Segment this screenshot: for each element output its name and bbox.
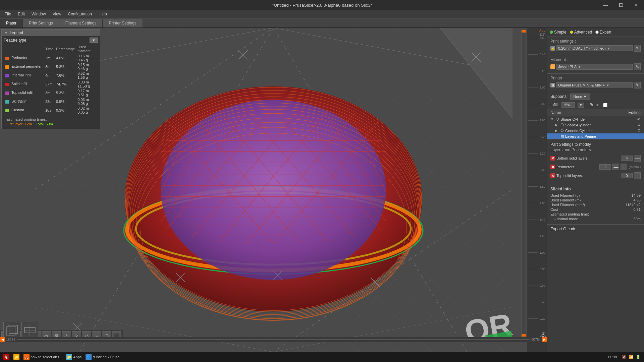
ruler-tick: 2.00 [527,168,547,172]
filament-settings-section: Filament : Jessie PLA ▼ ✎ [547,55,644,74]
tree-col-name: Name [550,110,561,115]
layer-tree: Name Editing ▼ ⬡ Shape-Cylinder 👁 ▶ ⬡ Sh… [547,109,644,139]
param-x-bottom[interactable]: ✕ [550,156,555,161]
legend-collapse[interactable]: ▼ [4,31,8,35]
param-minus-top[interactable]: — [634,172,641,179]
param-x-perim[interactable]: ✕ [550,165,555,169]
brim-checkbox[interactable] [603,103,607,107]
param-minus-perim[interactable]: — [612,164,619,170]
scroll-left[interactable]: ◀ [0,337,5,342]
tree-item-generic-cylinder[interactable]: ▶ ⬡ Generic-Cylinder ⚙ [547,128,644,133]
tree-icon-shape2: ⬡ [560,123,564,127]
param-value-perim[interactable] [599,164,611,170]
scroll-right[interactable]: ▶ [542,337,547,342]
menu-edit[interactable]: Edit [14,11,28,17]
param-value-top[interactable] [621,173,633,178]
legend-row-filament: 0.03 m 0.08 g [76,97,98,106]
printer-row: 🖨 Original Prusa MINI & MINI+ ▼ ✎ [550,82,641,88]
legend-row-time: 3m [44,62,55,71]
close-button[interactable]: ✕ [629,0,644,10]
supports-dropdown[interactable]: None ▼ [570,94,590,100]
tab-plater[interactable]: Plater [0,19,23,27]
print-dropdown-arrow: ▼ [607,47,610,50]
tree-item-shape-cylinder[interactable]: ▼ ⬡ Shape-Cylinder 👁 [547,116,644,122]
mode-advanced[interactable]: Advanced [570,30,592,35]
tab-print-settings[interactable]: Print Settings [23,19,59,27]
eye-icon[interactable]: 👁 [637,117,641,121]
sliced-filament-mm3-label: Used Filament (mm³) [550,203,585,207]
titlebar-controls: — ⧠ ✕ [598,0,644,10]
menu-view[interactable]: View [49,11,65,17]
printer-icon: 🖨 [550,83,555,87]
filament-dropdown[interactable]: Jessie PLA ▼ [556,64,633,70]
tab-filament-settings[interactable]: Filament Settings [59,19,103,27]
legend-filter-dropdown[interactable]: ▼ [90,38,98,43]
legend-row-filament: 0.17 m 0.51 g [76,88,98,97]
supports-value: None [573,95,582,99]
printer-dropdown[interactable]: Original Prusa MINI & MINI+ ▼ [556,82,633,88]
maximize-button[interactable]: ⧠ [613,0,629,10]
legend-row: Top solid infill 3m 5.3% 0.17 m 0.51 g [4,88,98,97]
mode-simple-label: Simple [554,30,567,35]
param-plus-perim[interactable]: + [621,164,627,170]
param-value-bottom[interactable] [621,156,633,161]
legend-color-swatch [5,82,9,86]
tree-expand-icon2: ▶ [555,123,559,127]
apps-label: Apps [73,355,82,359]
mode-expert[interactable]: Expert [595,30,611,35]
wifi-icon: 📶 [629,355,634,359]
legend-color-swatch [5,74,9,78]
gear-icon[interactable]: ⚙ [637,123,641,127]
export-gcode-button[interactable]: Export G-code [547,224,644,233]
taskbar-start[interactable]: 🐧 [1,352,11,362]
legend-row-label: Internal infill [11,73,31,77]
printer-edit[interactable]: ✎ [634,82,641,88]
sliced-title: Sliced Info [550,187,641,191]
filament-dropdown-arrow: ▼ [578,65,581,69]
scroll-track[interactable] [17,339,530,340]
ruler-tick: 1.20 [527,234,547,238]
ruler-tick: 0.40 [527,300,547,304]
view-cube-2d[interactable] [21,322,38,339]
menu-configuration[interactable]: Configuration [65,11,95,17]
mode-expert-dot [595,31,599,34]
taskbar-prusaslicer[interactable]: 🔷 *Untitled - Prusa... [84,352,124,362]
print-settings-edit[interactable]: ✎ [634,45,641,52]
legend-row-name: Skirt/Brim [4,97,44,106]
tree-icon-generic: ⬡ [560,128,564,133]
right-panel: Simple Advanced Expert Print settings : … [547,28,644,352]
tree-label-shape-cylinder: Shape-Cylinder [560,117,636,121]
menu-help[interactable]: Help [95,11,110,17]
mode-simple[interactable]: Simple [550,30,567,35]
param-perimeters: ✕ Perimeters: — + (minimu [550,164,641,170]
menu-file[interactable]: File [1,11,14,17]
slider-bottom-thumb[interactable] [522,334,526,337]
tab-printer-settings[interactable]: Printer Settings [103,19,143,27]
h-scrollbar: ◀ 18286 20754 ▶ [0,337,547,342]
slider-top-thumb[interactable] [522,30,526,33]
mode-simple-dot [550,31,553,34]
minimize-button[interactable]: — [598,0,613,10]
menu-window[interactable]: Window [28,11,49,17]
filament-color-swatch[interactable] [550,64,555,69]
param-x-top[interactable]: ✕ [550,173,555,178]
taskbar-apps[interactable]: 📁 Apps [64,352,84,362]
sliced-normal-label: - normal mode [554,217,578,221]
view-cube-3d[interactable] [3,322,20,339]
col-filament: Used filament [76,44,98,54]
legend-row-filament: 0.02 m 0.05 g [76,106,98,115]
infill-dropdown[interactable]: ▼ [578,103,584,108]
taskbar-files[interactable]: 📁 [11,352,21,362]
filament-edit[interactable]: ✎ [634,63,641,70]
print-settings-dropdown[interactable]: 0.20mm QUALITY (modified) ▼ [556,45,633,51]
ruler-top-value: 3.60 [527,28,547,33]
gear-icon2[interactable]: ⚙ [637,128,641,133]
layer-slider[interactable] [521,29,526,337]
tree-item-layers-perim[interactable]: ▤ Layers and Perime [547,133,644,139]
legend-title: Legend [10,31,23,35]
view-cube-area [3,322,38,339]
infill-input[interactable] [561,102,575,108]
taskbar-browser[interactable]: 🦊 how to select an i... [21,352,64,362]
param-minus-bottom[interactable]: — [634,155,641,162]
tree-item-shape-cylinder-child[interactable]: ▶ ⬡ Shape-Cylinder ⚙ [547,122,644,128]
